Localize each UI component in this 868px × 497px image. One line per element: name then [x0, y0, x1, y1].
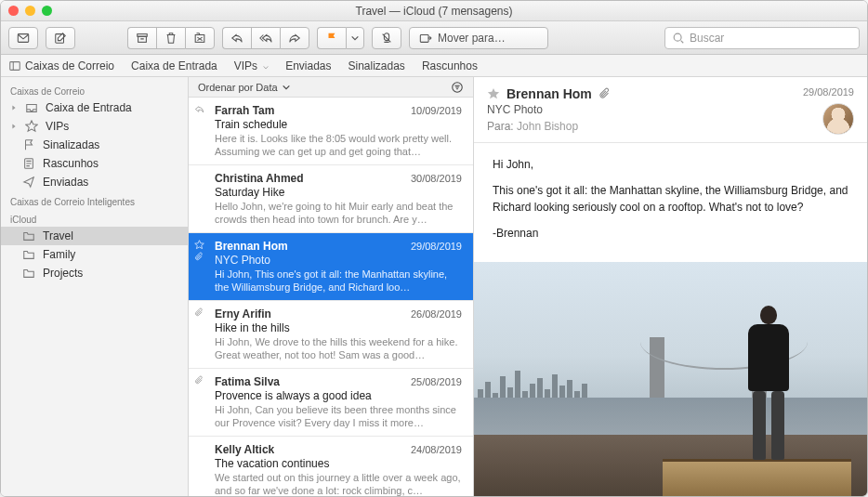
- message-preview: Here it is. Looks like the 8:05 would wo…: [215, 132, 462, 158]
- search-field[interactable]: Buscar: [664, 27, 860, 49]
- message-sender: Fatima Silva: [215, 375, 280, 388]
- body-greeting: Hi John,: [493, 156, 848, 173]
- junk-button[interactable]: [185, 27, 215, 49]
- message-subject: Hike in the hills: [215, 321, 462, 334]
- message-preview: Hi John, This one's got it all: the Manh…: [215, 268, 462, 294]
- reader-subject: NYC Photo: [487, 103, 794, 116]
- message-row[interactable]: Fatima Silva25/08/2019Provence is always…: [189, 369, 473, 437]
- message-preview: Hi John, We drove to the hills this week…: [215, 335, 462, 361]
- draft-icon: [21, 157, 36, 170]
- sidebar-item-rascunhos[interactable]: Rascunhos: [1, 154, 188, 173]
- archive-button[interactable]: [127, 27, 156, 49]
- message-date: 26/08/2019: [411, 308, 462, 320]
- flag-icon: [325, 32, 338, 45]
- forward-button[interactable]: [280, 27, 309, 49]
- message-subject: The vacation continues: [215, 457, 462, 470]
- message-sender: Erny Arifin: [215, 307, 271, 320]
- search-placeholder: Buscar: [690, 32, 724, 45]
- reader-from: Brennan Hom: [506, 86, 592, 101]
- disclosure-triangle-icon[interactable]: [10, 104, 18, 111]
- message-sender: Farrah Tam: [215, 104, 274, 117]
- sidebar-item-label: Caixa de Entrada: [46, 101, 132, 114]
- fav-item-1[interactable]: Caixa de Entrada: [131, 59, 217, 72]
- sidebar-item-caixa-de-entrada[interactable]: Caixa de Entrada: [1, 98, 188, 117]
- sidebar-item-label: Travel: [43, 229, 73, 242]
- star-icon: [24, 120, 39, 133]
- mute-icon: [380, 32, 393, 45]
- sidebar-item-travel[interactable]: Travel: [1, 227, 188, 245]
- attachment-icon: [194, 375, 204, 386]
- message-date: 24/08/2019: [411, 444, 462, 455]
- move-icon: [419, 32, 432, 45]
- chevron-down-icon: [282, 83, 291, 92]
- mute-button[interactable]: [372, 27, 401, 49]
- sidebar-item-label: Family: [43, 248, 75, 261]
- message-sender: Kelly Altick: [215, 443, 274, 456]
- message-row[interactable]: Farrah Tam10/09/2019Train scheduleHere i…: [189, 98, 473, 165]
- reply-all-button[interactable]: [251, 27, 280, 49]
- sidebar-item-enviadas[interactable]: Enviadas: [1, 173, 188, 191]
- trash-button[interactable]: [156, 27, 185, 49]
- body-signoff: -Brennan: [493, 225, 848, 242]
- minimize-window-button[interactable]: [25, 6, 35, 16]
- flag-menu-button[interactable]: [346, 27, 364, 49]
- attachment-photo[interactable]: [474, 262, 867, 496]
- message-row[interactable]: Christina Ahmed30/08/2019Saturday HikeHe…: [189, 165, 473, 233]
- message-date: 30/08/2019: [411, 173, 462, 184]
- folder-icon: [21, 229, 36, 242]
- sidebar-item-sinalizadas[interactable]: Sinalizadas: [1, 136, 188, 154]
- message-reader: Brennan Hom NYC Photo Para: John Bishop …: [474, 77, 867, 496]
- disclosure-triangle-icon[interactable]: [10, 123, 18, 130]
- sidebar-item-projects[interactable]: Projects: [1, 264, 188, 282]
- sort-header[interactable]: Ordenar por Data: [189, 77, 473, 98]
- sidebar-icon: [8, 59, 21, 72]
- sidebar-header: Caixas de Correio Inteligentes: [1, 191, 188, 209]
- message-row[interactable]: Kelly Altick24/08/2019The vacation conti…: [189, 437, 473, 496]
- archive-icon: [136, 32, 149, 45]
- fav-item-2[interactable]: VIPs⌵: [234, 59, 269, 72]
- message-preview: Hi John, Can you believe its been three …: [215, 403, 462, 429]
- reply-button[interactable]: [222, 27, 251, 49]
- message-sender: Christina Ahmed: [215, 172, 304, 185]
- message-indicators: [194, 104, 204, 114]
- sidebar-item-label: Rascunhos: [43, 157, 99, 170]
- sidebar-item-vips[interactable]: VIPs: [1, 117, 188, 136]
- folder-icon: [21, 267, 36, 280]
- fav-item-0[interactable]: Caixas de Correio: [8, 59, 114, 72]
- zoom-window-button[interactable]: [42, 6, 52, 16]
- message-row[interactable]: Brennan Hom29/08/2019NYC PhotoHi John, T…: [189, 233, 473, 301]
- body-text: This one's got it all: the Manhattan sky…: [493, 182, 848, 216]
- filter-icon[interactable]: [451, 81, 464, 94]
- star-icon[interactable]: [487, 87, 500, 100]
- forward-icon: [288, 32, 301, 45]
- move-to-label: Mover para…: [438, 32, 506, 45]
- mail-window: Travel — iCloud (7 mensagens) Mover para…: [0, 0, 868, 497]
- message-list: Ordenar por Data Farrah Tam10/09/2019Tra…: [189, 77, 474, 496]
- flag-icon: [21, 138, 36, 151]
- sent-icon: [21, 176, 36, 189]
- reply-icon: [230, 32, 243, 45]
- reader-body: Hi John, This one's got it all: the Manh…: [474, 143, 867, 262]
- fav-item-4[interactable]: Sinalizadas: [349, 59, 405, 72]
- move-to-button[interactable]: Mover para…: [409, 27, 548, 49]
- message-indicators: [194, 240, 204, 262]
- flag-button[interactable]: [317, 27, 346, 49]
- message-sender: Brennan Hom: [215, 240, 288, 253]
- sender-avatar[interactable]: [822, 103, 854, 135]
- message-indicators: [194, 375, 204, 386]
- message-row[interactable]: Erny Arifin26/08/2019Hike in the hillsHi…: [189, 301, 473, 369]
- get-mail-button[interactable]: [8, 27, 38, 49]
- content-area: Caixas de CorreioCaixa de EntradaVIPsSin…: [1, 77, 867, 496]
- fav-item-3[interactable]: Enviadas: [285, 59, 331, 72]
- chevron-down-icon: ⌵: [263, 60, 269, 71]
- sidebar-item-family[interactable]: Family: [1, 245, 188, 264]
- search-icon: [672, 32, 685, 45]
- sort-label: Ordenar por Data: [198, 82, 278, 93]
- star-icon: [194, 240, 204, 250]
- fav-item-5[interactable]: Rascunhos: [422, 59, 478, 72]
- compose-button[interactable]: [46, 27, 75, 49]
- titlebar: Travel — iCloud (7 mensagens): [1, 1, 867, 21]
- message-scroll[interactable]: Farrah Tam10/09/2019Train scheduleHere i…: [189, 98, 473, 496]
- message-date: 25/08/2019: [411, 376, 462, 387]
- close-window-button[interactable]: [8, 6, 19, 16]
